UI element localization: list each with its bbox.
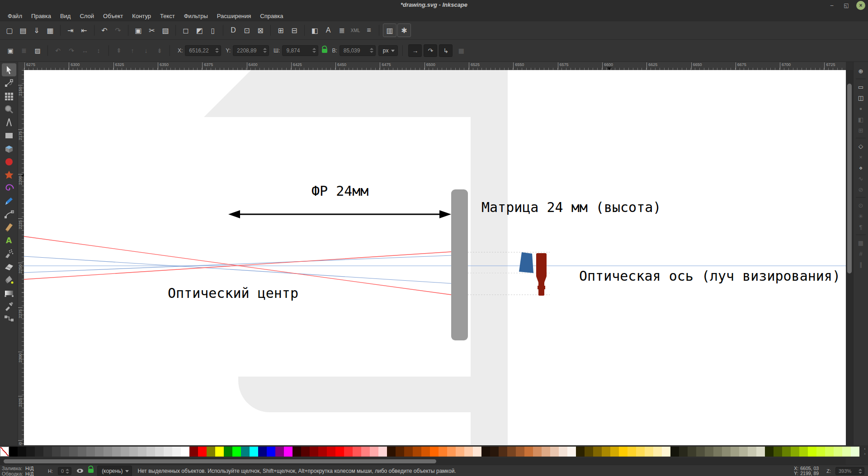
tool-ellipse[interactable] xyxy=(2,155,16,168)
horizontal-scrollbar[interactable] xyxy=(0,458,846,465)
palette-swatch[interactable] xyxy=(524,447,533,457)
y-field[interactable]: 2208,89 xyxy=(233,45,269,56)
tool-star[interactable] xyxy=(2,168,16,181)
lock-ratio-icon[interactable] xyxy=(322,49,327,53)
palette-swatch[interactable] xyxy=(816,447,825,457)
cut-button[interactable]: ✂ xyxy=(146,24,158,37)
flip-vertical-button[interactable]: ↕ xyxy=(92,44,105,57)
menu-item[interactable]: Справка xyxy=(256,12,287,20)
layer-dropdown[interactable]: (корень) xyxy=(97,466,132,476)
no-color-swatch[interactable] xyxy=(0,447,9,457)
save-document-button[interactable]: ⇓ xyxy=(30,24,43,37)
tool-pencil[interactable] xyxy=(2,194,16,207)
zoom-selection-button[interactable]: ◻ xyxy=(179,24,192,37)
rotate-cw-button[interactable]: ↷ xyxy=(65,44,78,57)
palette-swatch[interactable] xyxy=(576,447,585,457)
palette-swatch[interactable] xyxy=(799,447,808,457)
new-document-button[interactable]: ▢ xyxy=(3,24,16,37)
close-button[interactable]: × xyxy=(856,1,865,10)
palette-swatch[interactable] xyxy=(121,447,129,457)
palette-scroll-arrows[interactable]: ‹› xyxy=(862,447,868,457)
snap-bbox-edge-midpoints[interactable]: ◧ xyxy=(855,114,866,125)
horizontal-scrollbar-thumb[interactable] xyxy=(4,459,436,463)
snap-cusp-nodes[interactable]: ⋄ xyxy=(855,162,866,173)
palette-swatch[interactable] xyxy=(378,447,387,457)
menu-item[interactable]: Фильтры xyxy=(180,12,212,20)
palette-swatch[interactable] xyxy=(481,447,490,457)
paste-button[interactable]: ▧ xyxy=(159,24,172,37)
tool-spray[interactable] xyxy=(2,247,16,260)
snap-grids[interactable]: # xyxy=(855,248,866,259)
palette-swatch[interactable] xyxy=(9,447,18,457)
palette-swatch[interactable] xyxy=(619,447,627,457)
palette-swatch[interactable] xyxy=(585,447,593,457)
snap-bbox-corners[interactable]: ▫ xyxy=(855,103,866,114)
x-field[interactable]: 6516,22 xyxy=(185,45,221,56)
copy-button[interactable]: ▣ xyxy=(132,24,145,37)
tool-calligraphy[interactable] xyxy=(2,221,16,234)
preferences-button[interactable]: ✱ xyxy=(397,24,411,37)
palette-swatch[interactable] xyxy=(533,447,542,457)
menu-item[interactable]: Правка xyxy=(27,12,55,20)
palette-swatch[interactable] xyxy=(825,447,834,457)
palette-swatch[interactable] xyxy=(232,447,241,457)
redo-button[interactable]: ↷ xyxy=(112,24,124,37)
palette-swatch[interactable] xyxy=(207,447,215,457)
palette-swatch[interactable] xyxy=(310,447,318,457)
menu-item[interactable]: Слой xyxy=(75,12,98,20)
palette-swatch[interactable] xyxy=(765,447,774,457)
group-button[interactable]: ⊞ xyxy=(274,24,287,37)
tool-rectangle[interactable] xyxy=(2,129,16,142)
palette-swatch[interactable] xyxy=(679,447,688,457)
palette-swatch[interactable] xyxy=(198,447,207,457)
palette-swatch[interactable] xyxy=(439,447,447,457)
palette-swatch[interactable] xyxy=(344,447,353,457)
snap-path-intersections[interactable]: × xyxy=(855,151,866,162)
snap-object-centers[interactable]: ⊙ xyxy=(855,200,866,211)
palette-swatch[interactable] xyxy=(542,447,550,457)
palette-swatch[interactable] xyxy=(370,447,378,457)
palette-swatch[interactable] xyxy=(250,447,258,457)
tool-spiral[interactable] xyxy=(2,181,16,194)
tool-dropper[interactable] xyxy=(2,299,16,312)
snap-smooth-nodes[interactable]: ∿ xyxy=(855,173,866,184)
height-field[interactable]: 85,039 xyxy=(340,45,376,56)
palette-swatch[interactable] xyxy=(146,447,155,457)
opacity-field[interactable]: 0 xyxy=(58,467,71,475)
snap-bbox-centers[interactable]: ⊞ xyxy=(855,125,866,136)
tool-measure[interactable] xyxy=(2,116,16,129)
width-field[interactable]: 9,874 xyxy=(282,45,318,56)
palette-swatch[interactable] xyxy=(731,447,739,457)
palette-swatch[interactable] xyxy=(627,447,636,457)
palette-swatch[interactable] xyxy=(559,447,567,457)
palette-swatch[interactable] xyxy=(808,447,816,457)
menu-item[interactable]: Контур xyxy=(128,12,155,20)
select-all-layers-button[interactable]: ≣ xyxy=(18,44,30,57)
palette-swatch[interactable] xyxy=(241,447,250,457)
menu-item[interactable]: Расширения xyxy=(213,12,255,20)
palette-swatch[interactable] xyxy=(705,447,713,457)
palette-swatch[interactable] xyxy=(748,447,756,457)
fill-stroke-dialog-button[interactable]: ◧ xyxy=(308,24,321,37)
tool-selector[interactable] xyxy=(2,63,16,76)
palette-swatch[interactable] xyxy=(567,447,576,457)
palette-swatch[interactable] xyxy=(421,447,430,457)
zoom-drawing-button[interactable]: ◩ xyxy=(193,24,206,37)
open-document-button[interactable]: ▤ xyxy=(17,24,29,37)
palette-swatch[interactable] xyxy=(507,447,516,457)
palette-swatch[interactable] xyxy=(670,447,679,457)
palette-swatch[interactable] xyxy=(43,447,52,457)
select-all-button[interactable]: ▣ xyxy=(4,44,17,57)
palette-swatch[interactable] xyxy=(696,447,705,457)
snap-line-midpoints[interactable]: ⊘ xyxy=(855,184,866,195)
duplicate-button[interactable]: D xyxy=(227,24,240,37)
palette-swatch[interactable] xyxy=(447,447,456,457)
palette-swatch[interactable] xyxy=(456,447,464,457)
palette-swatch[interactable] xyxy=(413,447,421,457)
tool-paint-bucket[interactable] xyxy=(2,273,16,286)
tool-eraser[interactable] xyxy=(2,260,16,273)
rotate-ccw-button[interactable]: ↶ xyxy=(52,44,64,57)
palette-swatch[interactable] xyxy=(104,447,112,457)
palette-swatch[interactable] xyxy=(722,447,731,457)
palette-swatch[interactable] xyxy=(129,447,138,457)
